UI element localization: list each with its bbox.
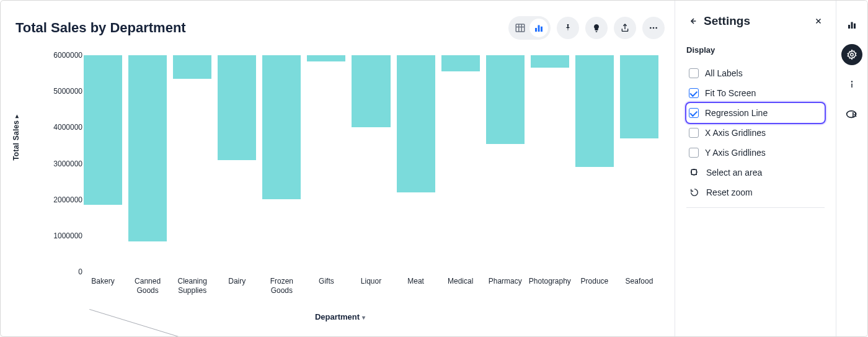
more-button[interactable] [642,17,665,39]
bar[interactable] [218,55,256,160]
settings-panel: Settings Display All Labels Fit To Scree… [675,1,836,336]
share-icon [620,23,630,33]
svg-rect-5 [538,25,540,32]
chart-area: Total Sales▸ 010000002000000300000040000… [16,42,665,325]
option-reset-zoom[interactable]: Reset zoom [686,182,825,202]
bar[interactable] [307,55,345,61]
checkbox-unchecked-icon [689,128,699,138]
rail-settings-button[interactable] [841,44,862,65]
bar-category-label: Pharmacy [489,277,522,286]
view-chart-button[interactable] [529,19,548,37]
bar-slot: Medical [441,55,480,272]
bar-slot: Canned Goods [128,55,167,272]
bar-category-label: Produce [581,277,609,286]
bar-slot: Pharmacy [486,55,525,272]
bar[interactable] [352,55,390,127]
checkbox-unchecked-icon [689,68,699,78]
bar-category-label: Meat [407,277,424,286]
info-icon [846,79,857,90]
bar-slot: Cleaning Supplies [173,55,211,272]
svg-point-11 [691,169,697,175]
option-label: Reset zoom [706,187,753,197]
bar[interactable] [262,55,301,199]
bar-slot: Bakery [84,55,122,272]
plot-region[interactable]: 0100000020000003000000400000050000006000… [84,55,658,272]
bar[interactable] [173,55,211,79]
y-tick: 6000000 [38,51,82,60]
pin-button[interactable] [557,17,579,39]
svg-rect-4 [535,28,537,32]
bar[interactable] [620,55,658,138]
share-button[interactable] [614,17,636,39]
bar[interactable] [397,55,435,192]
checkbox-checked-icon [689,88,699,98]
chevron-down-icon: ▾ [362,314,365,321]
svg-point-8 [653,27,655,29]
page-title: Total Sales by Department [16,20,186,36]
y-tick: 3000000 [38,160,82,168]
svg-point-7 [650,27,652,29]
bar-chart-icon [846,19,857,30]
option-y-gridlines[interactable]: Y Axis Gridlines [686,143,825,163]
svg-rect-6 [541,27,542,32]
option-label: X Axis Gridlines [705,128,766,138]
rail-r-button[interactable]: R [841,104,862,125]
y-tick: 4000000 [38,123,82,132]
bar-chart-icon [533,22,544,34]
gear-icon [846,49,857,60]
bar[interactable] [84,55,122,205]
arrow-left-icon [688,16,698,26]
main-header: Total Sales by Department [16,16,665,40]
sort-icon: ▸ [13,114,20,117]
settings-title: Settings [704,14,807,28]
bar-category-label: Medical [448,277,473,286]
y-axis-label[interactable]: Total Sales▸ [12,114,20,160]
svg-rect-12 [691,169,696,174]
reset-icon [689,187,700,197]
option-fit-to-screen[interactable]: Fit To Screen [686,83,825,103]
checkbox-checked-icon [689,108,699,118]
x-axis-label-text: Department [315,312,360,321]
option-label: Regression Line [705,108,768,118]
back-button[interactable] [686,15,699,27]
bar-slot: Frozen Goods [262,55,301,272]
bar[interactable] [441,55,480,71]
svg-rect-15 [854,24,856,29]
option-select-area[interactable]: Select an area [686,163,825,182]
bar[interactable] [128,55,167,241]
bar[interactable] [575,55,614,167]
rail-info-button[interactable] [841,74,862,95]
option-label: Select an area [706,168,762,177]
bar-category-label: Frozen Goods [262,277,301,295]
bar-category-label: Dairy [228,277,246,286]
rail-chart-button[interactable] [841,14,862,35]
close-button[interactable] [812,15,825,27]
bar[interactable] [486,55,525,144]
bar-category-label: Canned Goods [128,277,167,295]
app-frame: Total Sales by Department [0,0,868,337]
bar-category-label: Cleaning Supplies [173,277,211,295]
settings-header: Settings [686,14,825,28]
x-axis-label[interactable]: Department▾ [16,312,665,321]
panel-divider [686,207,825,208]
view-toggle [508,16,551,40]
svg-point-9 [655,27,657,29]
bar-category-label: Seafood [626,277,653,286]
view-table-button[interactable] [511,19,529,37]
display-section-label: Display [686,45,825,55]
svg-text:R: R [852,110,857,118]
svg-rect-13 [848,25,850,29]
svg-rect-14 [851,22,853,29]
insight-button[interactable] [585,17,608,39]
bar[interactable] [531,55,569,68]
y-tick: 0 [38,267,82,276]
option-regression-line[interactable]: Regression Line [686,103,825,123]
bars-container: BakeryCanned GoodsCleaning SuppliesDairy… [84,55,658,272]
y-tick: 5000000 [38,87,82,96]
close-icon [815,17,822,25]
svg-point-17 [851,81,852,82]
option-x-gridlines[interactable]: X Axis Gridlines [686,123,825,143]
option-all-labels[interactable]: All Labels [686,63,825,83]
bar-slot: Seafood [620,55,658,272]
svg-rect-18 [851,84,852,88]
